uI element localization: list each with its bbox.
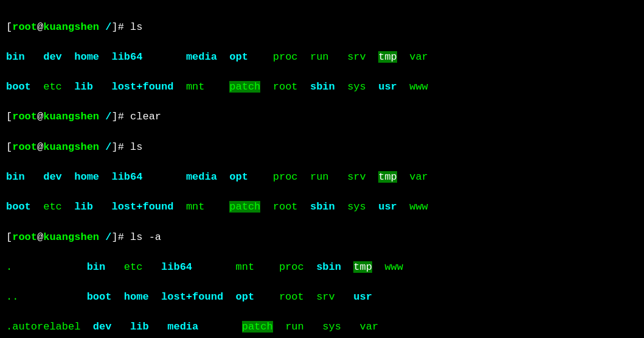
line-5: [root@kuangshen /]# ls <box>6 140 638 155</box>
ls2-www: www <box>409 201 428 213</box>
terminal-window: [root@kuangshen /]# ls bin dev home lib6… <box>6 5 638 338</box>
lsa-bin: bin <box>87 261 106 273</box>
ls-run: run <box>310 51 329 63</box>
lsa-boot: boot <box>87 291 112 303</box>
lsa-dot: . <box>6 261 12 273</box>
lsa-lost-found: lost+found <box>161 291 223 303</box>
lsa-tmp: tmp <box>353 261 372 273</box>
line-6: bin dev home lib64 media opt proc run sr… <box>6 170 638 185</box>
ls2-lost-found: lost+found <box>111 201 173 213</box>
ls2-sys: sys <box>347 201 366 213</box>
ls2-tmp: tmp <box>378 171 397 183</box>
lsa-etc: etc <box>124 261 143 273</box>
ls2-sbin: sbin <box>310 201 335 213</box>
line-9: . bin etc lib64 mnt proc sbin tmp www <box>6 260 638 275</box>
lsa-sys: sys <box>322 321 341 333</box>
ls2-mnt: mnt <box>186 201 205 213</box>
prompt2-bracket-close: ] <box>111 111 117 122</box>
line-1: [root@kuangshen /]# ls <box>6 20 638 35</box>
prompt-path: / <box>105 21 111 33</box>
lsa-proc: proc <box>279 261 304 273</box>
ls-lib64: lib64 <box>111 51 142 63</box>
ls-media: media <box>186 51 217 63</box>
ls-sbin: sbin <box>310 81 335 93</box>
lsa-lib64: lib64 <box>161 261 192 273</box>
ls-etc: etc <box>43 81 62 93</box>
prompt4-user: root <box>12 231 37 243</box>
line-2: bin dev home lib64 media opt proc run sr… <box>6 50 638 65</box>
prompt4-bracket: [ <box>6 231 12 243</box>
ls-lost-found: lost+found <box>111 81 173 93</box>
prompt3-path: / <box>105 141 111 153</box>
ls2-run: run <box>310 171 329 183</box>
lsa-dev: dev <box>93 321 112 333</box>
line-4: [root@kuangshen /]# clear <box>6 110 638 125</box>
ls-home: home <box>74 51 99 63</box>
lsa-patch: patch <box>242 321 273 333</box>
prompt3-host: kuangshen <box>43 141 99 153</box>
ls2-lib64: lib64 <box>111 171 142 183</box>
prompt2-bracket: [ <box>6 111 12 122</box>
line-10: .. boot home lost+found opt root srv usr <box>6 290 638 305</box>
ls-sys: sys <box>347 81 366 93</box>
prompt-bracket: [ <box>6 21 12 33</box>
ls2-boot: boot <box>6 201 31 213</box>
line-8: [root@kuangshen /]# ls -a <box>6 230 638 245</box>
lsa-dotdot: .. <box>6 291 18 303</box>
lsa-media: media <box>167 321 198 333</box>
ls-lib: lib <box>74 81 93 93</box>
ls-opt: opt <box>229 51 248 63</box>
prompt-at: @ <box>37 21 43 33</box>
lsa-root: root <box>279 291 304 303</box>
prompt-user: root <box>12 21 37 33</box>
prompt3-at: @ <box>37 141 43 153</box>
line-3: boot etc lib lost+found mnt patch root s… <box>6 80 638 95</box>
prompt-host: kuangshen <box>43 21 99 33</box>
cmd-ls-a: # ls -a <box>118 231 161 243</box>
ls2-srv: srv <box>347 171 366 183</box>
prompt3-bracket: [ <box>6 141 12 153</box>
lsa-var: var <box>360 321 379 333</box>
ls2-root: root <box>273 201 298 213</box>
prompt3-user: root <box>12 141 37 153</box>
cmd-ls2: # ls <box>118 141 143 153</box>
ls-bin: bin <box>6 51 25 63</box>
lsa-srv: srv <box>316 291 335 303</box>
prompt-bracket-close: ] <box>111 21 117 33</box>
ls-srv: srv <box>347 51 366 63</box>
lsa-www: www <box>384 261 403 273</box>
lsa-opt: opt <box>236 291 255 303</box>
ls2-bin: bin <box>6 171 25 183</box>
ls2-media: media <box>186 171 217 183</box>
ls2-var: var <box>409 171 428 183</box>
prompt3-bracket-close: ] <box>111 141 117 153</box>
line-11: .autorelabel dev lib media patch run sys… <box>6 320 638 335</box>
lsa-autorelabel: .autorelabel <box>6 321 80 333</box>
prompt4-host: kuangshen <box>43 231 99 243</box>
ls-www: www <box>409 81 428 93</box>
prompt-hash: # ls <box>118 21 143 33</box>
prompt2-at: @ <box>37 111 43 122</box>
lsa-run: run <box>285 321 304 333</box>
lsa-mnt: mnt <box>236 261 255 273</box>
ls-dev: dev <box>43 51 62 63</box>
prompt2-user: root <box>12 111 37 122</box>
ls-var: var <box>409 51 428 63</box>
lsa-lib: lib <box>130 321 149 333</box>
ls2-home: home <box>74 171 99 183</box>
ls-boot: boot <box>6 81 31 93</box>
ls-root: root <box>273 81 298 93</box>
ls-tmp: tmp <box>378 51 397 63</box>
cmd-clear: # clear <box>118 111 161 122</box>
prompt4-bracket-close: ] <box>111 231 117 243</box>
lsa-home: home <box>124 291 149 303</box>
ls-proc: proc <box>273 51 298 63</box>
lsa-sbin: sbin <box>316 261 341 273</box>
ls2-dev: dev <box>43 171 62 183</box>
ls2-lib: lib <box>74 201 93 213</box>
ls2-proc: proc <box>273 171 298 183</box>
ls-usr: usr <box>378 81 397 93</box>
ls-mnt: mnt <box>186 81 205 93</box>
ls2-etc: etc <box>43 201 62 213</box>
ls2-usr: usr <box>378 201 397 213</box>
